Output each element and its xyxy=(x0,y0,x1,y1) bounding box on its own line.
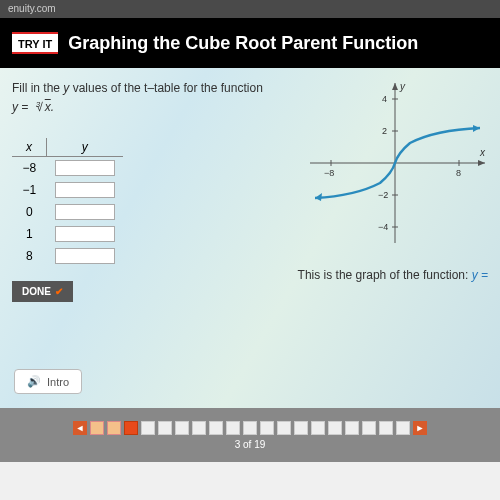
pager-box-10[interactable] xyxy=(243,421,257,435)
formula: y = 3√x. xyxy=(12,99,272,116)
svg-text:−2: −2 xyxy=(378,190,388,200)
svg-marker-3 xyxy=(392,83,398,90)
pager-box-2[interactable] xyxy=(107,421,121,435)
pager-box-6[interactable] xyxy=(175,421,189,435)
svg-marker-19 xyxy=(473,125,480,132)
svg-text:−8: −8 xyxy=(324,168,334,178)
y-input-3[interactable] xyxy=(55,226,115,242)
col-header-x: x xyxy=(12,138,47,157)
pager-box-4[interactable] xyxy=(141,421,155,435)
pager-box-18[interactable] xyxy=(379,421,393,435)
url-text: enuity.com xyxy=(8,3,56,14)
y-input-4[interactable] xyxy=(55,248,115,264)
svg-text:4: 4 xyxy=(382,94,387,104)
pager-box-3[interactable] xyxy=(124,421,138,435)
svg-marker-1 xyxy=(478,160,485,166)
y-input-1[interactable] xyxy=(55,182,115,198)
graph-caption: This is the graph of the function: y = xyxy=(298,268,488,282)
table-row: −1 xyxy=(12,179,123,201)
pager-box-8[interactable] xyxy=(209,421,223,435)
svg-text:y: y xyxy=(399,81,406,92)
pager-box-1[interactable] xyxy=(90,421,104,435)
prev-button[interactable]: ◄ xyxy=(73,421,87,435)
table-row: 8 xyxy=(12,245,123,267)
tryit-badge: TRY IT xyxy=(12,32,58,54)
svg-text:2: 2 xyxy=(382,126,387,136)
pager-box-9[interactable] xyxy=(226,421,240,435)
pager-box-12[interactable] xyxy=(277,421,291,435)
pager-box-15[interactable] xyxy=(328,421,342,435)
check-icon: ✔ xyxy=(55,286,63,297)
lesson-header: TRY IT Graphing the Cube Root Parent Fun… xyxy=(0,18,500,68)
browser-url-bar: enuity.com xyxy=(0,0,500,18)
audio-icon: 🔊 xyxy=(27,375,41,388)
next-button[interactable]: ► xyxy=(413,421,427,435)
pager-box-7[interactable] xyxy=(192,421,206,435)
pager-box-5[interactable] xyxy=(158,421,172,435)
t-table: x y −8 −1 0 1 8 xyxy=(12,138,123,267)
function-graph: y x −8 8 2 4 −2 −4 xyxy=(300,78,490,248)
col-header-y: y xyxy=(47,138,123,157)
page-indicator: 3 of 19 xyxy=(235,439,266,450)
pager-box-16[interactable] xyxy=(345,421,359,435)
done-button[interactable]: DONE ✔ xyxy=(12,281,73,302)
svg-text:x: x xyxy=(479,147,486,158)
pager-box-13[interactable] xyxy=(294,421,308,435)
y-input-2[interactable] xyxy=(55,204,115,220)
y-input-0[interactable] xyxy=(55,160,115,176)
page-title: Graphing the Cube Root Parent Function xyxy=(68,33,418,54)
table-row: 1 xyxy=(12,223,123,245)
pager-box-14[interactable] xyxy=(311,421,325,435)
content-area: Fill in the y values of the t–table for … xyxy=(0,68,500,408)
svg-text:−4: −4 xyxy=(378,222,388,232)
table-row: 0 xyxy=(12,201,123,223)
pager: ◄ ► xyxy=(73,421,427,435)
instruction-text: Fill in the y values of the t–table for … xyxy=(12,80,272,116)
pager-box-11[interactable] xyxy=(260,421,274,435)
table-row: −8 xyxy=(12,156,123,179)
pager-box-19[interactable] xyxy=(396,421,410,435)
svg-text:8: 8 xyxy=(456,168,461,178)
intro-button[interactable]: 🔊 Intro xyxy=(14,369,82,394)
lesson-footer: ◄ ► 3 of 19 xyxy=(0,408,500,462)
pager-box-17[interactable] xyxy=(362,421,376,435)
